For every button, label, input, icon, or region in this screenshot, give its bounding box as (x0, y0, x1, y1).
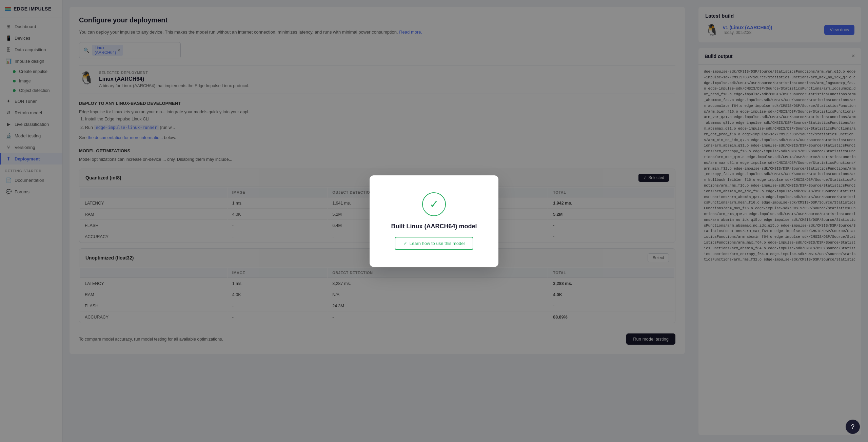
help-icon: ? (851, 423, 854, 430)
checkmark-icon: ✓ (430, 198, 439, 211)
help-bubble[interactable]: ? (846, 420, 860, 434)
modal-overlay[interactable]: ✓ Built Linux (AARCH64) model ✓ Learn ho… (0, 0, 868, 442)
modal-box: ✓ Built Linux (AARCH64) model ✓ Learn ho… (370, 175, 498, 267)
learn-how-button[interactable]: ✓ Learn how to use this model (395, 237, 474, 250)
learn-check-icon: ✓ (403, 241, 407, 246)
modal-title: Built Linux (AARCH64) model (391, 223, 477, 230)
check-circle: ✓ (422, 192, 446, 216)
